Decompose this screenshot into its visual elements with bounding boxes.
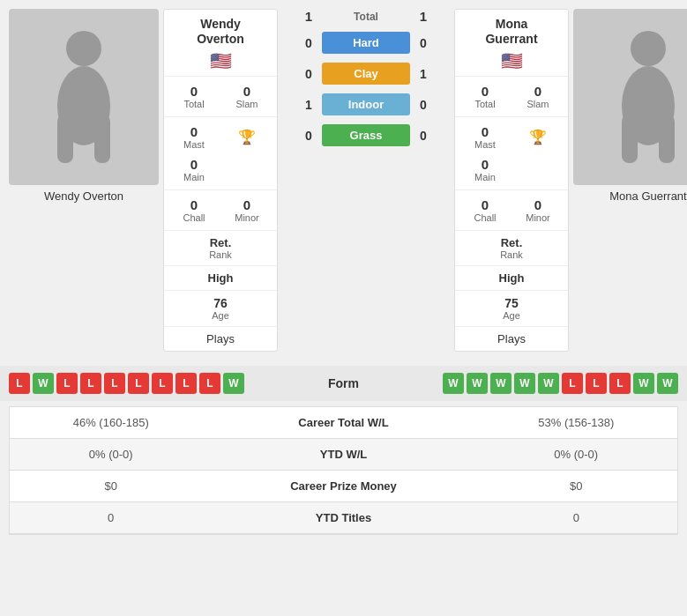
- svg-rect-6: [622, 115, 638, 163]
- clay-row: 0 Clay 1: [282, 60, 450, 87]
- stat-left-value: 0: [10, 501, 212, 533]
- left-age-value: 76: [169, 296, 272, 310]
- form-label: Form: [328, 376, 359, 390]
- left-form-badge: W: [33, 373, 54, 394]
- left-rank-label: Rank: [169, 249, 272, 260]
- right-player-silhouette: [604, 26, 687, 167]
- right-plays-section: Plays: [455, 327, 568, 351]
- svg-rect-3: [94, 115, 110, 163]
- left-form-badge: L: [128, 373, 149, 394]
- left-stats-grid-bot: 0 Chall 0 Minor: [164, 190, 277, 231]
- total-left-num: 1: [295, 9, 322, 24]
- left-chall-stat: 0 Chall: [168, 195, 220, 226]
- right-rank-label: Rank: [460, 249, 563, 260]
- bottom-stats-section: 46% (160-185)Career Total W/L53% (156-13…: [9, 406, 678, 535]
- left-form-badges: LWLLLLLLLW: [9, 373, 244, 394]
- stat-left-value: 0% (0-0): [10, 438, 212, 470]
- right-form-badge: W: [490, 373, 512, 394]
- right-player-name-under-photo: Mona Guerrant: [609, 189, 686, 203]
- stat-right-value: 53% (156-138): [475, 407, 677, 439]
- left-player-photo: [9, 9, 159, 185]
- hard-left-num: 0: [295, 36, 322, 50]
- left-player-name-under-photo: Wendy Overton: [44, 189, 123, 203]
- form-row: LWLLLLLLLW Form WWWWWLLLWW: [9, 373, 678, 394]
- left-player-flag: 🇺🇸: [168, 50, 273, 71]
- right-player-photo: [573, 9, 687, 185]
- right-minor-stat: 0 Minor: [512, 195, 564, 226]
- stat-center-label: YTD W/L: [212, 438, 474, 470]
- career-stats-table: 46% (160-185)Career Total W/L53% (156-13…: [10, 407, 677, 534]
- left-age-label: Age: [169, 310, 272, 321]
- left-plays-section: Plays: [164, 327, 277, 351]
- left-trophy-icon: 🏆: [238, 129, 256, 145]
- right-form-badge: L: [562, 373, 583, 394]
- left-form-badge: L: [199, 373, 220, 394]
- main-container: Wendy Overton Wendy Overton 🇺🇸 0 Total 0…: [0, 0, 687, 535]
- grass-row: 0 Grass 0: [282, 122, 450, 149]
- stat-left-value: $0: [10, 470, 212, 501]
- right-trophy: 🏆: [512, 122, 564, 152]
- stats-table-row: 0YTD Titles0: [10, 501, 677, 533]
- right-stats-grid-bot: 0 Chall 0 Minor: [455, 190, 568, 231]
- svg-point-4: [631, 31, 666, 66]
- stat-right-value: 0: [475, 501, 677, 533]
- right-stats-grid-top: 0 Total 0 Slam: [455, 77, 568, 117]
- left-minor-stat: 0 Minor: [221, 195, 273, 226]
- hard-right-num: 0: [410, 36, 437, 50]
- right-form-badge: W: [514, 373, 535, 394]
- right-chall-stat: 0 Chall: [459, 195, 511, 226]
- left-player-name: Wendy Overton: [168, 17, 273, 47]
- clay-badge: Clay: [322, 63, 410, 85]
- left-form-badge: L: [80, 373, 101, 394]
- left-form-badge: L: [56, 373, 78, 394]
- stat-center-label: Career Prize Money: [212, 470, 474, 501]
- hard-row: 0 Hard 0: [282, 29, 450, 56]
- left-player-photo-wrap: Wendy Overton: [9, 9, 159, 352]
- grass-left-num: 0: [295, 129, 322, 143]
- left-player-stats-panel: Wendy Overton 🇺🇸 0 Total 0 Slam 0 Mast: [163, 9, 278, 352]
- svg-rect-2: [57, 115, 73, 163]
- left-slam-stat: 0 Slam: [221, 81, 273, 112]
- right-form-badge: W: [633, 373, 654, 394]
- total-row: 1 Total 1: [282, 9, 450, 24]
- svg-rect-7: [659, 115, 675, 163]
- left-total-stat: 0 Total: [168, 81, 220, 112]
- right-slam-stat: 0 Slam: [512, 81, 564, 112]
- clay-right-num: 1: [410, 67, 437, 81]
- left-rank-section: Ret. Rank: [164, 231, 277, 266]
- right-form-badge: W: [538, 373, 559, 394]
- left-high-section: High: [164, 266, 277, 291]
- total-right-num: 1: [410, 9, 437, 24]
- right-form-badge: W: [657, 373, 678, 394]
- stat-center-label: Career Total W/L: [212, 407, 474, 439]
- right-player-photo-wrap: Mona Guerrant: [573, 9, 687, 352]
- left-form-badge: W: [223, 373, 244, 394]
- form-section: LWLLLLLLLW Form WWWWWLLLWW: [0, 366, 687, 401]
- stats-table-row: 46% (160-185)Career Total W/L53% (156-13…: [10, 407, 677, 439]
- right-player-stats-panel: Mona Guerrant 🇺🇸 0 Total 0 Slam 0 Mast: [454, 9, 569, 352]
- right-player-name-section: Mona Guerrant 🇺🇸: [455, 10, 568, 77]
- stat-center-label: YTD Titles: [212, 501, 474, 533]
- clay-left-num: 0: [295, 67, 322, 81]
- indoor-badge: Indoor: [322, 93, 410, 115]
- left-form-badge: L: [104, 373, 125, 394]
- left-form-badge: L: [9, 373, 30, 394]
- stat-right-value: 0% (0-0): [475, 438, 677, 470]
- right-age-label: Age: [460, 310, 563, 321]
- left-rank-value: Ret.: [169, 236, 272, 249]
- left-main-stat: 0 Main: [168, 154, 220, 185]
- right-age-section: 75 Age: [455, 291, 568, 327]
- right-form-badge: L: [609, 373, 631, 394]
- hard-badge: Hard: [322, 32, 410, 54]
- left-player-silhouette: [40, 26, 128, 167]
- right-age-value: 75: [460, 296, 563, 310]
- left-mast-stat: 0 Mast: [168, 122, 220, 152]
- player-comparison-section: Wendy Overton Wendy Overton 🇺🇸 0 Total 0…: [0, 0, 687, 360]
- right-rank-value: Ret.: [460, 236, 563, 249]
- right-trophy-icon: 🏆: [529, 129, 547, 145]
- grass-badge: Grass: [322, 124, 410, 146]
- left-form-badge: L: [152, 373, 173, 394]
- right-total-stat: 0 Total: [459, 81, 511, 112]
- right-main-stat: 0 Main: [459, 154, 511, 185]
- indoor-left-num: 1: [295, 98, 322, 112]
